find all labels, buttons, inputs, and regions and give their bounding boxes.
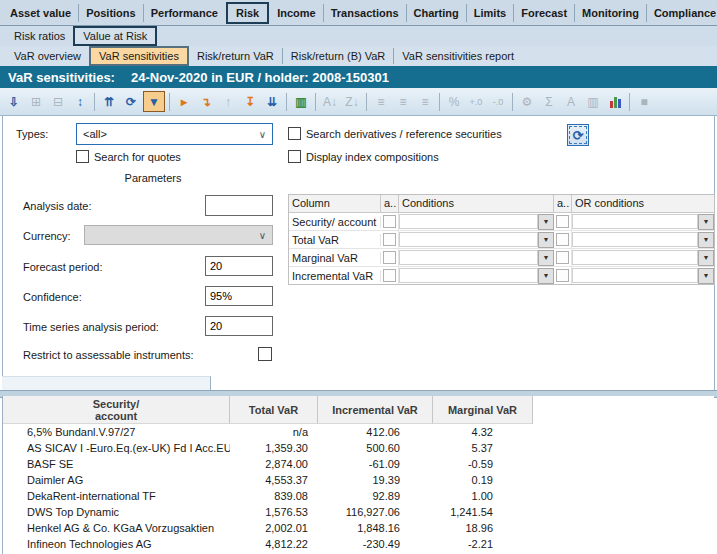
table-row[interactable]: Infineon Technologies AG 4,812.22 -230.4… (3, 536, 714, 552)
or-dropdown-button[interactable]: ▼ (698, 214, 714, 230)
condition-field[interactable] (399, 268, 538, 283)
new-window-icon[interactable]: ⇈ (99, 92, 119, 112)
search-quotes-checkbox[interactable] (76, 150, 89, 163)
table-row[interactable]: Daimler AG 4,553.37 19.39 0.19 (3, 472, 714, 488)
header-line: Marginal VaR (448, 404, 517, 416)
header-incremental-var[interactable]: Incremental VaR (318, 396, 433, 424)
and-checkbox[interactable] (381, 213, 399, 230)
tab-risk-ratios[interactable]: Risk ratios (6, 28, 73, 44)
cell-marginal-var: -0.59 (433, 458, 533, 470)
tab-charting[interactable]: Charting (406, 4, 466, 22)
sum-icon: Σ (539, 92, 559, 112)
table-row[interactable]: DWS Top Dynamic 1,576.53 116,927.06 1,24… (3, 504, 714, 520)
tab-forecast[interactable]: Forecast (513, 4, 574, 22)
tab-income[interactable]: Income (270, 4, 323, 22)
cell-total-var: 1,576.53 (230, 506, 318, 518)
expand-icon: ⊞ (26, 92, 46, 112)
cell-marginal-var: 1.00 (433, 490, 533, 502)
table-row[interactable]: Henkel AG & Co. KGaA Vorzugsaktien 2,002… (3, 520, 714, 536)
types-select-value: <all> (83, 128, 107, 140)
or-dropdown-button[interactable]: ▼ (698, 250, 714, 266)
drill-down-icon[interactable]: ↴ (196, 92, 216, 112)
condition-row-total-var: Total VaR ▼ ▼ (289, 231, 714, 249)
or-dropdown-button[interactable]: ▼ (698, 268, 714, 284)
condition-field[interactable] (399, 232, 538, 247)
restrict-instruments-checkbox[interactable] (258, 347, 272, 361)
apply-refresh-button[interactable]: ⟳ (567, 124, 589, 146)
search-derivatives-label: Search derivatives / reference securitie… (306, 128, 502, 140)
forecast-period-field[interactable] (205, 256, 273, 276)
currency-label: Currency: (23, 230, 71, 242)
search-derivatives-checkbox[interactable] (288, 127, 301, 140)
tab-risk[interactable]: Risk (226, 2, 269, 24)
tab-risk-return-var[interactable]: Risk/return VaR (189, 48, 282, 64)
and-checkbox[interactable] (554, 267, 572, 284)
tab-positions[interactable]: Positions (78, 4, 143, 22)
confidence-field[interactable] (205, 286, 273, 306)
refresh-icon[interactable]: ⟳ (121, 92, 141, 112)
condition-dropdown-button[interactable]: ▼ (538, 250, 554, 266)
tab-var-sensitivities-report[interactable]: VaR sensitivities report (393, 48, 522, 64)
tab-performance[interactable]: Performance (143, 4, 225, 22)
insert-column-icon[interactable]: ⇊ (262, 92, 282, 112)
table-row[interactable]: DekaRent-international TF 839.08 92.89 1… (3, 488, 714, 504)
condition-field[interactable] (399, 214, 538, 229)
insert-row-icon[interactable]: ↧ (240, 92, 260, 112)
tab-asset-value[interactable]: Asset value (3, 4, 78, 22)
filter-icon[interactable]: ▼ (143, 91, 165, 112)
tab-risk-return-b-var[interactable]: Risk/return (B) VaR (282, 48, 394, 64)
tab-limits[interactable]: Limits (466, 4, 513, 22)
analysis-date-field[interactable] (205, 195, 273, 216)
cell-security: DWS Top Dynamic (3, 506, 230, 518)
and-checkbox[interactable] (381, 231, 399, 248)
cell-total-var: 1,359.30 (230, 442, 318, 454)
cell-incremental-var: 92.89 (318, 490, 433, 502)
header-security-account[interactable]: Security/ account (3, 396, 230, 424)
freeze-columns-icon[interactable]: ▥ (291, 92, 311, 112)
tab-transactions[interactable]: Transactions (323, 4, 406, 22)
cell-total-var: 839.08 (230, 490, 318, 502)
display-index-checkbox[interactable] (288, 150, 301, 163)
condition-row-marginal-var: Marginal VaR ▼ ▼ (289, 249, 714, 267)
table-row[interactable]: BASF SE 2,874.00 -61.09 -0.59 (3, 456, 714, 472)
or-condition-field[interactable] (572, 214, 698, 229)
types-select[interactable]: <all> ∨ (76, 123, 273, 145)
sort-za-icon: Z↓ (342, 92, 362, 112)
tab-var-overview[interactable]: VaR overview (6, 48, 89, 64)
cell-incremental-var: 116,927.06 (318, 506, 433, 518)
status-strip (2, 376, 211, 391)
export-icon[interactable]: ⇩ (4, 92, 24, 112)
tab-value-at-risk[interactable]: Value at Risk (73, 26, 157, 46)
table-row[interactable]: 6,5% Bundanl.V.97/27 n/a 412.06 4.32 (3, 424, 714, 440)
font-icon: A (561, 92, 581, 112)
condition-dropdown-button[interactable]: ▼ (538, 232, 554, 248)
and-checkbox[interactable] (381, 267, 399, 284)
timeseries-period-field[interactable] (205, 316, 273, 336)
cell-marginal-var: 4.32 (433, 426, 533, 438)
chart-icon[interactable] (605, 92, 625, 112)
table-row[interactable]: AS SICAV I -Euro.Eq.(ex-UK) Fd I Acc.EUR… (3, 440, 714, 456)
or-dropdown-button[interactable]: ▼ (698, 232, 714, 248)
tab-var-sensitivities[interactable]: VaR sensitivities (89, 46, 189, 66)
timeseries-period-label: Time series analysis period: (23, 321, 159, 333)
and-checkbox[interactable] (554, 213, 572, 230)
fit-height-icon[interactable]: ↕ (70, 92, 90, 112)
condition-field[interactable] (399, 250, 538, 265)
goto-detail-icon[interactable]: ▸ (174, 92, 194, 112)
condition-dropdown-button[interactable]: ▼ (538, 214, 554, 230)
and-checkbox[interactable] (381, 249, 399, 266)
header-marginal-var[interactable]: Marginal VaR (433, 396, 533, 424)
header-total-var[interactable]: Total VaR (230, 396, 318, 424)
or-condition-field[interactable] (572, 268, 698, 283)
or-condition-field[interactable] (572, 250, 698, 265)
tab-monitoring[interactable]: Monitoring (574, 4, 646, 22)
condition-dropdown-button[interactable]: ▼ (538, 268, 554, 284)
and-checkbox[interactable] (554, 249, 572, 266)
or-condition-field[interactable] (572, 232, 698, 247)
tab-compliance[interactable]: Compliance (646, 4, 717, 22)
toolbar-separator (366, 93, 367, 111)
cell-total-var: 2,874.00 (230, 458, 318, 470)
and-checkbox[interactable] (554, 231, 572, 248)
condition-row-security: Security/ account ▼ ▼ (289, 213, 714, 231)
cell-security: DekaRent-international TF (3, 490, 230, 502)
